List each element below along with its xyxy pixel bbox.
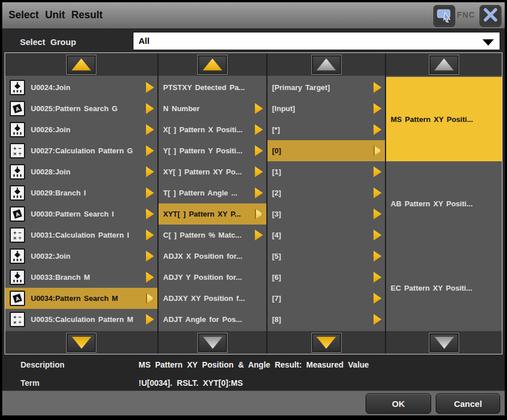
expand-arrow-icon[interactable] <box>374 209 382 219</box>
item-label: U0025:Pattern Search G <box>31 104 117 113</box>
result-list-item[interactable]: PTSTXY Detected Pa... <box>159 77 266 98</box>
expand-arrow-icon[interactable] <box>146 293 154 304</box>
unit-list-item[interactable]: AU0034:Pattern Search M <box>5 288 157 309</box>
fnc-button[interactable]: FNC <box>457 10 475 19</box>
result-list-item[interactable]: XYT[ ] Pattern XY P... <box>159 203 266 225</box>
item-label: U0031:Calculation Pattern I <box>31 231 129 239</box>
index-list-item[interactable]: [Input] <box>267 98 385 119</box>
expand-arrow-icon[interactable] <box>146 230 154 240</box>
result-list-item[interactable]: XY[ ] Pattern XY Po... <box>159 161 266 182</box>
unit-list-item[interactable]: U0033:Branch M <box>5 267 157 288</box>
expand-arrow-icon[interactable] <box>374 145 382 156</box>
result-list-scroll-up-button[interactable] <box>197 55 228 75</box>
expand-arrow-icon[interactable] <box>146 145 154 156</box>
index-list-item[interactable]: [Primary Target] <box>267 77 385 98</box>
index-list-item[interactable]: [5] <box>267 246 385 267</box>
index-list-scroll-footer <box>267 331 385 354</box>
index-list-item[interactable]: [2] <box>267 182 385 203</box>
unit-list-item[interactable]: +−×÷U0031:Calculation Pattern I <box>5 225 157 246</box>
expand-arrow-icon[interactable] <box>146 103 154 114</box>
expand-arrow-icon[interactable] <box>374 187 382 198</box>
index-list-item[interactable]: [6] <box>267 267 385 288</box>
unit-list-scroll-header <box>5 53 157 76</box>
index-list-item[interactable]: [7] <box>267 288 385 309</box>
expand-arrow-icon[interactable] <box>146 272 154 283</box>
unit-list-item[interactable]: U0032:Join <box>5 246 157 267</box>
expand-arrow-icon[interactable] <box>146 82 154 93</box>
index-list-item[interactable]: [1] <box>267 161 385 182</box>
ok-button[interactable]: OK <box>366 393 431 414</box>
select-group-label: Select Group <box>20 37 76 47</box>
result-list-item[interactable]: X[ ] Pattern X Positi... <box>159 119 266 140</box>
expand-arrow-icon[interactable] <box>374 272 382 283</box>
expand-arrow-icon[interactable] <box>374 251 382 262</box>
expand-arrow-icon[interactable] <box>374 124 382 135</box>
expand-arrow-icon[interactable] <box>374 103 382 114</box>
value-list-item[interactable]: AB Pattern XY Positi... <box>386 161 502 246</box>
expand-arrow-icon[interactable] <box>374 314 382 325</box>
unit-list-item[interactable]: U0026:Join <box>5 119 157 140</box>
unit-list-item[interactable]: +−×÷U0035:Calculation Pattern M <box>5 309 157 330</box>
unit-list-item[interactable]: U0028:Join <box>5 161 157 182</box>
close-button[interactable] <box>480 5 501 27</box>
join-icon <box>10 270 25 285</box>
expand-arrow-icon[interactable] <box>146 314 154 325</box>
expand-arrow-icon[interactable] <box>255 230 263 240</box>
expand-arrow-icon[interactable] <box>374 166 382 177</box>
index-list-scroll-down-button[interactable] <box>311 333 342 353</box>
select-group-dropdown[interactable]: All <box>133 32 500 50</box>
expand-arrow-icon[interactable] <box>146 187 154 198</box>
result-list-item[interactable]: ADJXY XY Position f... <box>159 288 266 309</box>
join-icon <box>10 80 25 95</box>
expand-arrow-icon[interactable] <box>146 166 154 177</box>
expand-arrow-icon[interactable] <box>255 103 263 114</box>
index-list-item[interactable]: [4] <box>267 225 385 246</box>
index-list-scroll-up-button[interactable] <box>311 55 342 75</box>
item-label: U0024:Join <box>31 83 70 92</box>
result-list-scroll-down-button[interactable] <box>197 333 228 353</box>
result-list-item[interactable]: ADJX X Position for... <box>159 246 266 267</box>
result-list-item[interactable]: ADJT Angle for Pos... <box>159 309 266 330</box>
unit-list-item[interactable]: +−×÷U0027:Calculation Pattern G <box>5 140 157 161</box>
expand-arrow-icon[interactable] <box>146 251 154 262</box>
expand-arrow-icon[interactable] <box>374 82 382 93</box>
unit-list-item[interactable]: U0029:Branch I <box>5 182 157 203</box>
unit-list-scroll-up-button[interactable] <box>66 55 96 75</box>
pattern-search-icon: A <box>10 291 25 306</box>
result-list-item[interactable]: Y[ ] Pattern Y Positi... <box>159 140 266 161</box>
result-list-item[interactable]: T[ ] Pattern Angle ... <box>159 182 266 203</box>
value-list-item[interactable]: MS Pattern XY Positi... <box>386 77 502 161</box>
result-list-item[interactable]: ADJY Y Position for... <box>159 267 266 288</box>
value-list-scroll-down-button[interactable] <box>429 333 459 353</box>
value-list-scroll-footer <box>386 331 502 354</box>
result-list-item[interactable]: C[ ] Pattern % Matc... <box>159 225 266 246</box>
expand-arrow-icon[interactable] <box>146 209 154 219</box>
index-list-item[interactable]: [3] <box>267 203 385 225</box>
expand-arrow-icon[interactable] <box>374 230 382 240</box>
scroll-down-icon <box>317 337 336 349</box>
expand-arrow-icon[interactable] <box>255 145 263 156</box>
unit-list-item[interactable]: AU0025:Pattern Search G <box>5 98 157 119</box>
expand-arrow-icon[interactable] <box>255 187 263 198</box>
item-label: [5] <box>272 252 281 260</box>
index-list-item[interactable]: [8] <box>267 309 385 330</box>
item-label: N Number <box>163 104 200 113</box>
unit-list-item[interactable]: AU0030:Pattern Search I <box>5 203 157 225</box>
item-label: U0030:Pattern Search I <box>31 210 114 218</box>
value-list-scroll-up-button[interactable] <box>429 55 459 75</box>
cancel-button[interactable]: Cancel <box>436 393 500 414</box>
unit-list-item[interactable]: U0024:Join <box>5 77 157 98</box>
touch-panel-button[interactable] <box>433 5 455 27</box>
expand-arrow-icon[interactable] <box>255 124 263 135</box>
index-list-item[interactable]: [0] <box>267 140 385 161</box>
item-label: [8] <box>272 315 281 324</box>
expand-arrow-icon[interactable] <box>374 293 382 304</box>
unit-list-scroll-down-button[interactable] <box>66 333 96 353</box>
expand-arrow-icon[interactable] <box>255 166 263 177</box>
expand-arrow-icon[interactable] <box>255 209 263 219</box>
expand-arrow-icon[interactable] <box>146 124 154 135</box>
index-list-item[interactable]: [*] <box>267 119 385 140</box>
result-list-item[interactable]: N Number <box>159 98 266 119</box>
calculation-icon: +−×÷ <box>10 227 25 243</box>
value-list-item[interactable]: EC Pattern XY Positi... <box>386 246 502 330</box>
